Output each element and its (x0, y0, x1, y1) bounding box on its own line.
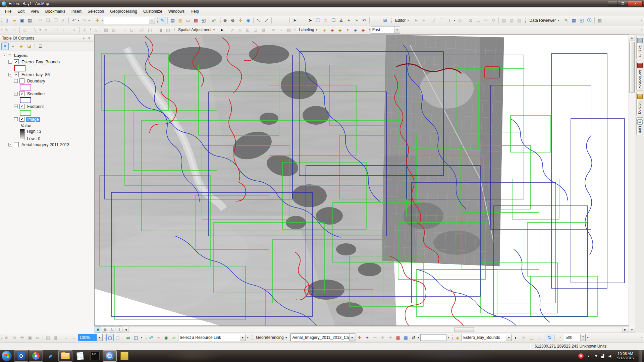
toolbar-overflow-button[interactable]: ▾ (447, 336, 450, 339)
zoom-to-link-icon[interactable]: ✛ (379, 334, 386, 341)
layout-zoom-out-icon[interactable]: ⊖ (11, 334, 18, 341)
layer-estero-bay-86[interactable]: −✔Estero_bay_86 (1, 71, 94, 78)
swipe-layer-icon[interactable]: ⇅ (546, 334, 553, 341)
taskbar-outlook[interactable]: O (14, 350, 28, 362)
options-button[interactable]: ☰ (37, 43, 44, 50)
toc-pin-icon[interactable]: ↧ (81, 36, 87, 41)
menu-customize[interactable]: Customize (140, 8, 165, 14)
visibility-checkbox[interactable]: ✔ (19, 117, 24, 122)
view-unplaced-icon[interactable]: ◈ (360, 26, 367, 34)
georeferencing-layer-combo[interactable]: Aerial_Imagery_2011_2013_Cacl▼ (290, 334, 356, 342)
resource-globe-icon[interactable]: ◉ (163, 334, 170, 341)
zoom-out-icon[interactable]: ⊖ (229, 17, 236, 24)
effects-layer-icon[interactable]: ◈ (454, 334, 461, 341)
straight-segment-icon[interactable]: ╱ (430, 17, 438, 24)
fixed-zoom-in-icon[interactable]: ⤡ (255, 17, 262, 24)
menu-file[interactable]: File (2, 8, 14, 14)
hscroll-right-arrow[interactable]: ▶ (622, 327, 628, 333)
pan-icon[interactable]: ✜ (237, 17, 244, 24)
adjustment-pointer-icon[interactable]: ➤ (218, 26, 225, 34)
expander-icon[interactable]: + (8, 143, 12, 146)
editor-menu[interactable]: Editor▼ (392, 17, 412, 24)
rotate-tool-icon[interactable]: ↺ (490, 17, 497, 24)
menu-windows[interactable]: Windows (165, 8, 188, 14)
adjust-preview-icon[interactable]: ⊞ (244, 26, 251, 34)
symbol-swatch[interactable] (20, 84, 31, 90)
edit-annotation-tool-icon[interactable]: ➤ (420, 17, 427, 24)
shape-tool-icon[interactable]: ◇ (21, 26, 29, 34)
taskbar-arcmap[interactable] (103, 350, 117, 362)
taskbar-internet-explorer[interactable]: e (44, 350, 58, 362)
layer-image[interactable]: −✔Image (1, 116, 94, 122)
html-popup-icon[interactable]: ❏ (330, 17, 337, 24)
reviewer-batch-icon[interactable]: ▨ (596, 17, 603, 24)
vscroll-track[interactable] (629, 41, 635, 327)
map-viewport[interactable] (94, 35, 629, 326)
new-displacement-link-icon[interactable]: ⇗ (228, 26, 236, 34)
start-button[interactable] (1, 350, 13, 362)
measure-icon[interactable]: ∡ (337, 17, 345, 24)
table-of-contents-window-icon[interactable]: ▤ (169, 17, 176, 24)
flash-tool-icon[interactable]: ✳ (81, 26, 88, 34)
find-route-icon[interactable]: ➢ (353, 17, 360, 24)
add-control-points-icon[interactable]: ✛ (356, 334, 363, 341)
python-window-icon[interactable]: ▭ (184, 17, 192, 24)
resource-fraction-icon[interactable]: ½ (155, 334, 162, 341)
go-to-xy-icon[interactable]: XY (361, 17, 368, 24)
edit-vertices-icon[interactable]: ▨ (516, 17, 523, 24)
editor-sketch-icon[interactable]: ✎ (159, 17, 166, 24)
back-extent-icon[interactable]: ← (273, 17, 280, 24)
flicker-icon[interactable]: ◔ (556, 334, 564, 341)
taskbar-chrome[interactable] (29, 350, 43, 362)
hatch-window-icon[interactable]: ▧ (110, 26, 117, 34)
hidden-icons-button[interactable]: ▴ (586, 354, 591, 358)
edge-match-icon[interactable]: ⊠ (259, 26, 267, 34)
fill-tool-icon[interactable]: ≡ (42, 26, 49, 34)
action-center-icon[interactable]: ⚑ (593, 354, 598, 358)
menu-selection[interactable]: Selection (85, 8, 107, 14)
view-link-table-icon[interactable]: ▦ (394, 334, 402, 341)
reviewer-info-icon[interactable]: ⓘ (586, 17, 593, 24)
layout-zoom-100-icon[interactable]: 1:1 (34, 334, 41, 341)
reviewer-window-icon[interactable]: ◱ (578, 17, 585, 24)
menu-help[interactable]: Help (187, 8, 202, 14)
arc-tool-icon[interactable]: ◠ (52, 26, 60, 34)
close-button[interactable]: ✕ (628, 1, 643, 6)
catalog-window-icon[interactable]: ▥ (177, 17, 184, 24)
redo-icon[interactable]: ↷ (80, 17, 88, 24)
expander-icon[interactable]: − (3, 54, 6, 57)
redo-icon-dropdown[interactable]: ▼ (88, 19, 91, 21)
resource-link-icon[interactable]: ☍ (147, 334, 155, 341)
expander-icon[interactable]: − (14, 105, 18, 108)
window-b-icon[interactable]: ◱ (146, 26, 154, 34)
volume-icon[interactable]: ◀ (607, 354, 612, 358)
cut-polygons-icon[interactable]: ⊥ (474, 17, 482, 24)
refresh-view-button[interactable]: ↻ (109, 326, 115, 333)
visibility-checkbox[interactable]: ✔ (19, 104, 24, 109)
attribute-transfer-icon[interactable]: ≍ (270, 26, 277, 34)
taskbar-notepad[interactable] (73, 350, 87, 362)
effects-layer-combo[interactable]: Estero_Bay_Bounds▼ (462, 334, 512, 341)
menu-geoprocessing[interactable]: Geoprocessing (107, 8, 140, 14)
label-weight-icon[interactable]: ◈ (336, 26, 344, 34)
identify-icon[interactable]: ⓘ (314, 17, 322, 24)
home-extent-icon[interactable]: ⌂ (92, 26, 99, 34)
split-icon[interactable]: ✂ (482, 17, 489, 24)
minimize-button[interactable]: — (608, 1, 618, 6)
reshape-icon[interactable]: ⊠ (467, 17, 474, 24)
line-tool-icon-dropdown[interactable]: ▼ (39, 29, 42, 31)
layer-aerial-imagery[interactable]: +Aerial Imagery 2011-2013 (1, 141, 94, 148)
data-view-button[interactable]: ▣ (95, 326, 101, 333)
reviewer-edit-icon[interactable]: ✎ (562, 17, 570, 24)
panel-tab-results[interactable]: Results (636, 36, 643, 59)
toc-close-icon[interactable]: × (87, 36, 92, 41)
expander-icon[interactable]: − (14, 79, 18, 83)
visibility-checkbox[interactable] (19, 78, 24, 83)
find-icon[interactable]: ⌖ (345, 17, 353, 24)
panel-tab-catalog[interactable]: Catalog (636, 92, 643, 116)
layout-zoom-combo[interactable]: 100%▼ (78, 334, 103, 341)
add-data-icon[interactable]: ✚ (94, 17, 101, 24)
fixed-zoom-out-icon[interactable]: ⤢ (263, 17, 270, 24)
map-canvas[interactable] (95, 35, 629, 326)
toolbar-overflow-button[interactable]: ▾ (586, 336, 590, 339)
